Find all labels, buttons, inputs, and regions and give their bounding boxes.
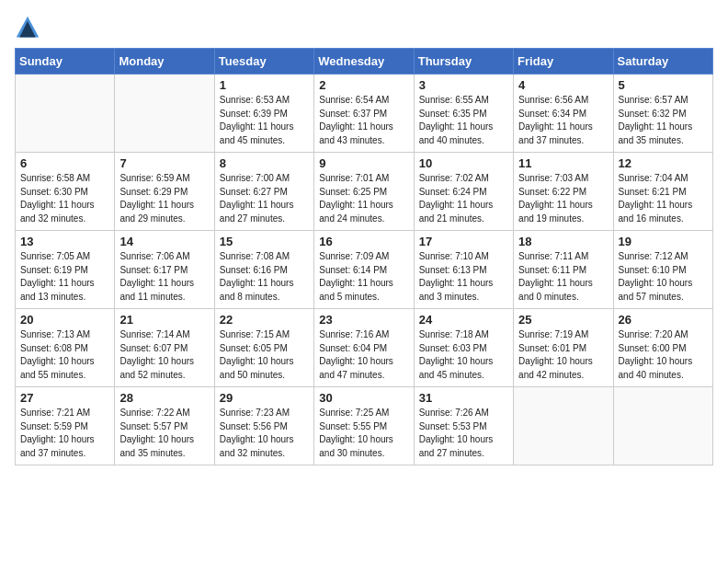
day-info: Sunrise: 7:10 AMSunset: 6:13 PMDaylight:… — [419, 250, 508, 304]
weekday-header: Thursday — [414, 49, 513, 75]
day-number: 12 — [619, 156, 708, 170]
day-info: Sunrise: 7:08 AMSunset: 6:16 PMDaylight:… — [220, 250, 309, 304]
day-number: 6 — [20, 156, 109, 170]
day-number: 9 — [319, 156, 408, 170]
calendar-cell: 24 Sunrise: 7:18 AMSunset: 6:03 PMDaylig… — [414, 309, 513, 387]
day-number: 28 — [119, 391, 209, 405]
calendar-cell: 26 Sunrise: 7:20 AMSunset: 6:00 PMDaylig… — [613, 309, 712, 387]
day-number: 23 — [319, 313, 408, 327]
calendar-cell — [16, 75, 115, 153]
day-number: 16 — [319, 235, 408, 248]
day-number: 17 — [419, 235, 508, 248]
day-number: 21 — [119, 313, 209, 327]
calendar-cell — [514, 387, 613, 465]
day-info: Sunrise: 7:22 AMSunset: 5:57 PMDaylight:… — [119, 407, 209, 460]
calendar-cell: 6 Sunrise: 6:58 AMSunset: 6:30 PMDayligh… — [16, 153, 115, 231]
calendar-week-row: 6 Sunrise: 6:58 AMSunset: 6:30 PMDayligh… — [16, 153, 713, 231]
day-number: 29 — [220, 391, 309, 405]
day-info: Sunrise: 6:56 AMSunset: 6:34 PMDaylight:… — [518, 94, 608, 147]
logo — [15, 15, 44, 40]
day-number: 15 — [220, 235, 309, 248]
day-info: Sunrise: 6:59 AMSunset: 6:29 PMDaylight:… — [119, 172, 209, 225]
day-info: Sunrise: 7:18 AMSunset: 6:03 PMDaylight:… — [419, 328, 508, 382]
day-number: 8 — [220, 156, 309, 170]
day-info: Sunrise: 7:09 AMSunset: 6:14 PMDaylight:… — [319, 250, 408, 304]
calendar-cell: 25 Sunrise: 7:19 AMSunset: 6:01 PMDaylig… — [514, 309, 613, 387]
weekday-header: Tuesday — [214, 49, 313, 75]
day-info: Sunrise: 7:26 AMSunset: 5:53 PMDaylight:… — [419, 407, 508, 460]
calendar-cell: 13 Sunrise: 7:05 AMSunset: 6:19 PMDaylig… — [16, 231, 115, 309]
day-info: Sunrise: 7:23 AMSunset: 5:56 PMDaylight:… — [220, 407, 309, 460]
day-number: 27 — [20, 391, 109, 405]
calendar-cell: 16 Sunrise: 7:09 AMSunset: 6:14 PMDaylig… — [314, 231, 414, 309]
calendar-cell: 18 Sunrise: 7:11 AMSunset: 6:11 PMDaylig… — [514, 231, 613, 309]
calendar-cell: 20 Sunrise: 7:13 AMSunset: 6:08 PMDaylig… — [16, 309, 115, 387]
day-info: Sunrise: 7:03 AMSunset: 6:22 PMDaylight:… — [518, 172, 608, 225]
day-info: Sunrise: 7:25 AMSunset: 5:55 PMDaylight:… — [319, 407, 408, 460]
day-number: 25 — [518, 313, 608, 327]
page-header — [15, 15, 713, 40]
day-info: Sunrise: 7:06 AMSunset: 6:17 PMDaylight:… — [119, 250, 209, 304]
day-info: Sunrise: 7:11 AMSunset: 6:11 PMDaylight:… — [518, 250, 608, 304]
day-info: Sunrise: 7:15 AMSunset: 6:05 PMDaylight:… — [220, 328, 309, 382]
calendar-cell: 2 Sunrise: 6:54 AMSunset: 6:37 PMDayligh… — [314, 75, 414, 153]
calendar-cell: 8 Sunrise: 7:00 AMSunset: 6:27 PMDayligh… — [214, 153, 313, 231]
calendar: SundayMondayTuesdayWednesdayThursdayFrid… — [15, 48, 713, 465]
calendar-cell: 17 Sunrise: 7:10 AMSunset: 6:13 PMDaylig… — [414, 231, 513, 309]
calendar-cell: 3 Sunrise: 6:55 AMSunset: 6:35 PMDayligh… — [414, 75, 513, 153]
day-number: 4 — [518, 78, 608, 92]
day-info: Sunrise: 6:57 AMSunset: 6:32 PMDaylight:… — [619, 94, 708, 147]
day-number: 5 — [619, 78, 708, 92]
calendar-cell: 23 Sunrise: 7:16 AMSunset: 6:04 PMDaylig… — [314, 309, 414, 387]
calendar-week-row: 13 Sunrise: 7:05 AMSunset: 6:19 PMDaylig… — [16, 231, 713, 309]
day-number: 30 — [319, 391, 408, 405]
day-number: 19 — [619, 235, 708, 248]
day-number: 26 — [619, 313, 708, 327]
calendar-cell: 30 Sunrise: 7:25 AMSunset: 5:55 PMDaylig… — [314, 387, 414, 465]
calendar-cell: 5 Sunrise: 6:57 AMSunset: 6:32 PMDayligh… — [613, 75, 712, 153]
day-info: Sunrise: 7:12 AMSunset: 6:10 PMDaylight:… — [619, 250, 708, 304]
day-info: Sunrise: 7:00 AMSunset: 6:27 PMDaylight:… — [220, 172, 309, 225]
day-info: Sunrise: 6:55 AMSunset: 6:35 PMDaylight:… — [419, 94, 508, 147]
calendar-cell: 10 Sunrise: 7:02 AMSunset: 6:24 PMDaylig… — [414, 153, 513, 231]
day-number: 22 — [220, 313, 309, 327]
day-info: Sunrise: 7:01 AMSunset: 6:25 PMDaylight:… — [319, 172, 408, 225]
day-number: 7 — [119, 156, 209, 170]
day-info: Sunrise: 7:02 AMSunset: 6:24 PMDaylight:… — [419, 172, 508, 225]
day-info: Sunrise: 7:05 AMSunset: 6:19 PMDaylight:… — [20, 250, 109, 304]
calendar-cell: 31 Sunrise: 7:26 AMSunset: 5:53 PMDaylig… — [414, 387, 513, 465]
calendar-cell: 9 Sunrise: 7:01 AMSunset: 6:25 PMDayligh… — [314, 153, 414, 231]
calendar-cell: 22 Sunrise: 7:15 AMSunset: 6:05 PMDaylig… — [214, 309, 313, 387]
day-number: 14 — [119, 235, 209, 248]
weekday-header-row: SundayMondayTuesdayWednesdayThursdayFrid… — [16, 49, 713, 75]
day-info: Sunrise: 6:58 AMSunset: 6:30 PMDaylight:… — [20, 172, 109, 225]
day-info: Sunrise: 7:13 AMSunset: 6:08 PMDaylight:… — [20, 328, 109, 382]
day-number: 1 — [220, 78, 309, 92]
calendar-week-row: 20 Sunrise: 7:13 AMSunset: 6:08 PMDaylig… — [16, 309, 713, 387]
calendar-cell: 12 Sunrise: 7:04 AMSunset: 6:21 PMDaylig… — [613, 153, 712, 231]
calendar-cell — [115, 75, 214, 153]
calendar-cell: 14 Sunrise: 7:06 AMSunset: 6:17 PMDaylig… — [115, 231, 214, 309]
calendar-cell — [613, 387, 712, 465]
weekday-header: Sunday — [16, 49, 115, 75]
day-info: Sunrise: 7:19 AMSunset: 6:01 PMDaylight:… — [518, 328, 608, 382]
day-info: Sunrise: 6:54 AMSunset: 6:37 PMDaylight:… — [319, 94, 408, 147]
calendar-cell: 4 Sunrise: 6:56 AMSunset: 6:34 PMDayligh… — [514, 75, 613, 153]
day-number: 24 — [419, 313, 508, 327]
day-number: 31 — [419, 391, 508, 405]
calendar-cell: 27 Sunrise: 7:21 AMSunset: 5:59 PMDaylig… — [16, 387, 115, 465]
calendar-cell: 21 Sunrise: 7:14 AMSunset: 6:07 PMDaylig… — [115, 309, 214, 387]
day-number: 10 — [419, 156, 508, 170]
weekday-header: Monday — [115, 49, 214, 75]
calendar-cell: 7 Sunrise: 6:59 AMSunset: 6:29 PMDayligh… — [115, 153, 214, 231]
day-info: Sunrise: 6:53 AMSunset: 6:39 PMDaylight:… — [220, 94, 309, 147]
day-number: 2 — [319, 78, 408, 92]
weekday-header: Friday — [514, 49, 613, 75]
calendar-cell: 29 Sunrise: 7:23 AMSunset: 5:56 PMDaylig… — [214, 387, 313, 465]
calendar-cell: 1 Sunrise: 6:53 AMSunset: 6:39 PMDayligh… — [214, 75, 313, 153]
calendar-week-row: 27 Sunrise: 7:21 AMSunset: 5:59 PMDaylig… — [16, 387, 713, 465]
day-number: 3 — [419, 78, 508, 92]
weekday-header: Saturday — [613, 49, 712, 75]
day-info: Sunrise: 7:14 AMSunset: 6:07 PMDaylight:… — [119, 328, 209, 382]
day-info: Sunrise: 7:04 AMSunset: 6:21 PMDaylight:… — [619, 172, 708, 225]
